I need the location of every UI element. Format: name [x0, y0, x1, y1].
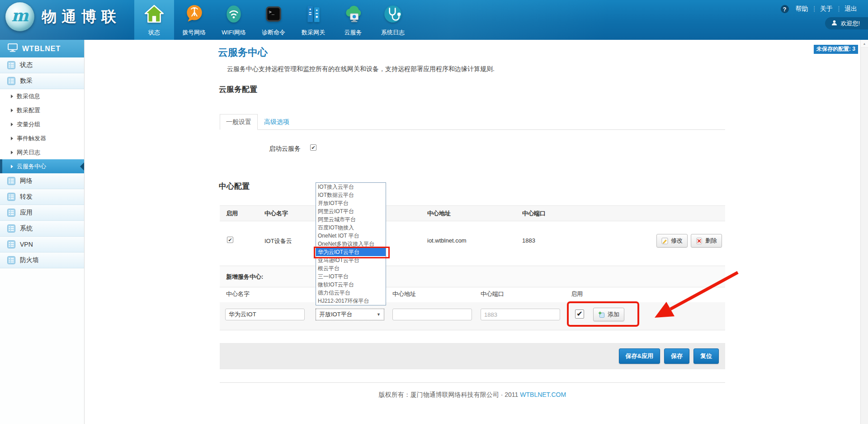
row-center-address: iot.wtblnet.com: [427, 237, 467, 244]
dropdown-option[interactable]: IOT接入云平台: [316, 183, 386, 191]
dropdown-option[interactable]: OneNet IOT 平台: [316, 232, 386, 240]
nav-item-WIFI网络[interactable]: WIFI网络: [214, 0, 254, 40]
dropdown-option[interactable]: 百度IOT物接入: [316, 224, 386, 232]
center-type-select[interactable]: 开放IOT平台 ▼: [316, 309, 384, 320]
sidebar-label: 变量分组: [17, 120, 40, 129]
delete-label: 删除: [705, 237, 717, 245]
sidebar-item-变量分组[interactable]: 变量分组: [0, 117, 84, 131]
sidebar-item-数采配置[interactable]: 数采配置: [0, 103, 84, 117]
reset-button[interactable]: 复位: [693, 348, 719, 364]
logo-sphere-icon: m: [5, 2, 34, 31]
brand-name: 物通博联: [42, 7, 121, 27]
nav-item-诊断命令[interactable]: >_诊断命令: [254, 0, 293, 40]
about-link[interactable]: 关于: [816, 5, 837, 13]
dropdown-option[interactable]: 德力信云平台: [316, 289, 386, 297]
copyright-text: 版权所有：厦门物通博联网络科技有限公司: [379, 391, 499, 398]
scroll-up-arrow-icon[interactable]: ▲: [861, 40, 868, 48]
delete-x-icon: [696, 238, 703, 244]
page-description: 云服务中心支持远程管理和监控所有的在线网关和设备，支持远程部署应用程序和边缘计算…: [227, 65, 495, 73]
sidebar-item-系统[interactable]: 系统: [0, 221, 84, 237]
footer-separator: ·: [501, 391, 503, 398]
nav-label: 系统日志: [373, 29, 413, 37]
arrow-right-icon: [11, 109, 13, 112]
svg-text:>_: >_: [269, 9, 275, 15]
row-enable-checkbox[interactable]: [227, 237, 233, 243]
sidebar-label: 转发: [20, 193, 33, 201]
save-button[interactable]: 保存: [664, 348, 689, 364]
add-button[interactable]: 添加: [593, 308, 624, 321]
cloud-service-icon: [343, 4, 363, 24]
sidebar-item-防火墙[interactable]: 防火墙: [0, 252, 84, 268]
nav-item-系统日志[interactable]: 系统日志: [373, 0, 413, 40]
add-enable-checkbox[interactable]: [575, 310, 584, 319]
nav-label: 拨号网络: [174, 29, 214, 37]
nav-item-拨号网络[interactable]: 拨号网络: [174, 0, 214, 40]
terminal-icon: >_: [263, 4, 284, 24]
center-port-input[interactable]: [481, 309, 560, 320]
dropdown-option[interactable]: 根云平台: [316, 264, 386, 272]
sidebar-item-转发[interactable]: 转发: [0, 189, 84, 205]
sidebar-label: 数采配置: [17, 106, 40, 114]
edit-label: 修改: [671, 237, 683, 245]
sidebar-item-应用[interactable]: 应用: [0, 205, 84, 221]
col-address: 中心地址: [427, 206, 451, 221]
sidebar-item-状态[interactable]: 状态: [0, 57, 84, 73]
add-address-label: 中心地址: [392, 290, 416, 298]
dropdown-option[interactable]: 阿里云IOT平台: [316, 207, 386, 215]
list-icon: [7, 177, 15, 185]
dropdown-option[interactable]: OneNet多协议接入平台: [316, 240, 386, 248]
dropdown-option[interactable]: 阿里云城市平台: [316, 215, 386, 224]
help-icon: ?: [781, 5, 789, 13]
sidebar-item-数采[interactable]: 数采: [0, 73, 84, 89]
arrow-right-icon: [11, 151, 13, 154]
edit-pencil-icon: [661, 238, 668, 244]
list-icon: [7, 193, 15, 201]
gateway-icon: [303, 4, 324, 24]
scrollbar[interactable]: ▲: [860, 40, 868, 424]
sidebar-menu: 状态数采数采信息数采配置变量分组事件触发器网关日志云服务中心网络转发应用系统VP…: [0, 57, 84, 268]
dropdown-option[interactable]: IOT数据云平台: [316, 191, 386, 199]
dropdown-option[interactable]: 微软IOT云平台: [316, 281, 386, 289]
logout-link[interactable]: 退出: [840, 5, 862, 13]
col-enable: 启用: [226, 206, 238, 221]
sidebar-item-云服务中心[interactable]: 云服务中心: [0, 159, 84, 173]
dropdown-option[interactable]: 三一IOT平台: [316, 272, 386, 281]
footer-link[interactable]: WTBLNET.COM: [520, 391, 566, 398]
sidebar-item-事件触发器[interactable]: 事件触发器: [0, 131, 84, 145]
nav-item-云服务[interactable]: 云服务: [333, 0, 373, 40]
sidebar-item-VPN[interactable]: VPN: [0, 237, 84, 252]
unsaved-config-badge[interactable]: 未保存的配置: 3: [814, 45, 858, 54]
page-title: 云服务中心: [218, 46, 268, 59]
welcome-pill[interactable]: 欢迎您!: [825, 17, 868, 29]
tab-general-settings[interactable]: 一般设置: [220, 114, 258, 130]
help-link[interactable]: 帮助: [791, 5, 813, 13]
welcome-text: 欢迎您!: [840, 19, 860, 28]
sidebar-label: VPN: [20, 241, 33, 248]
enable-cloud-checkbox[interactable]: [310, 144, 316, 151]
dropdown-option[interactable]: 开放IOT平台: [316, 199, 386, 207]
dropdown-option[interactable]: 华为云IOT云平台: [316, 248, 386, 256]
nav-item-状态[interactable]: 状态: [134, 0, 174, 40]
sidebar-item-数采信息[interactable]: 数采信息: [0, 89, 84, 103]
center-address-input[interactable]: [392, 309, 472, 320]
topbar: m 物通博联 状态拨号网络WIFI网络>_诊断命令数采网关云服务系统日志 ? 帮…: [0, 0, 868, 40]
tab-advanced-options[interactable]: 高级选项: [264, 118, 289, 126]
center-name-input[interactable]: [225, 309, 305, 320]
arrow-right-icon: [11, 95, 13, 98]
table-row: IOT设备云 iot.wtblnet.com 1883 修改 删除: [220, 222, 725, 266]
sidebar-label: 云服务中心: [17, 162, 46, 171]
dropdown-option[interactable]: 亚马逊IOT云平台: [316, 256, 386, 264]
sidebar-label: 状态: [20, 61, 33, 69]
nav-label: 状态: [134, 29, 174, 37]
dropdown-option[interactable]: HJ212-2017环保平台: [316, 297, 386, 305]
sidebar-item-网络[interactable]: 网络: [0, 173, 84, 189]
sidebar-label: 数采信息: [17, 92, 40, 100]
nav-item-数采网关[interactable]: 数采网关: [293, 0, 333, 40]
edit-button[interactable]: 修改: [656, 234, 688, 248]
nav-label: WIFI网络: [214, 29, 254, 37]
sidebar-label: 系统: [20, 224, 33, 233]
delete-button[interactable]: 删除: [691, 234, 722, 248]
chevron-down-icon: ▼: [377, 312, 381, 317]
save-apply-button[interactable]: 保存&应用: [619, 348, 660, 364]
sidebar-item-网关日志[interactable]: 网关日志: [0, 145, 84, 159]
